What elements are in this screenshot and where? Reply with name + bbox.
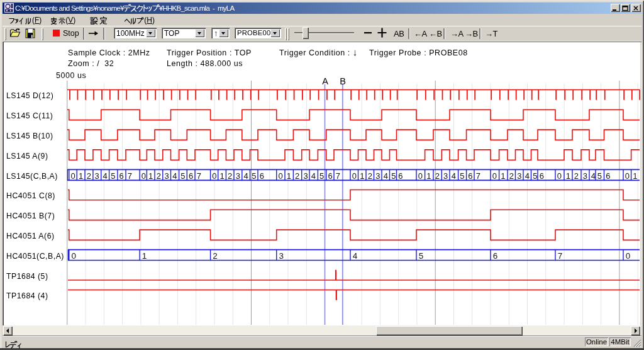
svg-text:4: 4 [172, 171, 177, 181]
svg-text:1: 1 [566, 171, 570, 181]
svg-text:LS145(C,B,A): LS145(C,B,A) [6, 172, 58, 181]
svg-text:5: 5 [460, 171, 464, 181]
svg-text:1: 1 [426, 171, 431, 181]
svg-text:7: 7 [197, 171, 201, 181]
svg-text:4: 4 [525, 171, 530, 181]
svg-text:5: 5 [180, 171, 185, 181]
svg-text:6: 6 [260, 171, 264, 181]
svg-text:0: 0 [492, 171, 497, 181]
svg-text:0: 0 [626, 251, 631, 261]
svg-text:6: 6 [398, 171, 402, 181]
svg-text:Zoom : / 32: Zoom : / 32 [68, 59, 114, 68]
svg-text:6: 6 [468, 171, 472, 181]
svg-text:2: 2 [435, 171, 440, 181]
svg-text:0: 0 [625, 171, 630, 181]
svg-text:0: 0 [352, 171, 357, 181]
svg-text:7: 7 [128, 171, 132, 181]
svg-text:HC4051 B(7): HC4051 B(7) [6, 212, 55, 220]
svg-text:1: 1 [287, 171, 291, 181]
svg-text:4: 4 [103, 171, 107, 181]
svg-text:2: 2 [228, 171, 232, 181]
svg-text:5: 5 [111, 171, 115, 181]
svg-text:2: 2 [87, 171, 91, 181]
svg-text:4: 4 [311, 171, 316, 181]
svg-text:5: 5 [252, 171, 256, 181]
svg-text:4: 4 [384, 171, 388, 181]
svg-text:4: 4 [452, 171, 456, 181]
svg-text:4: 4 [591, 171, 596, 181]
svg-text:6: 6 [493, 251, 498, 261]
svg-text:2: 2 [368, 171, 372, 181]
svg-text:3: 3 [375, 171, 380, 181]
svg-text:0: 0 [72, 251, 77, 261]
svg-text:1: 1 [633, 171, 637, 181]
svg-text:5: 5 [391, 171, 396, 181]
svg-text:6: 6 [328, 171, 332, 181]
svg-text:3: 3 [303, 171, 308, 181]
svg-text:3: 3 [583, 171, 587, 181]
svg-text:TP1684 (4): TP1684 (4) [6, 291, 48, 300]
svg-text:2: 2 [574, 171, 579, 181]
svg-text:3: 3 [236, 171, 240, 181]
svg-text:0: 0 [70, 171, 75, 181]
svg-text:6: 6 [119, 171, 124, 181]
svg-text:5: 5 [419, 251, 424, 261]
svg-text:HC4051 A(6): HC4051 A(6) [6, 232, 55, 240]
svg-text:5: 5 [533, 171, 537, 181]
svg-text:4: 4 [243, 171, 248, 181]
svg-text:A: A [322, 76, 328, 86]
svg-text:Trigger Condition : ↓: Trigger Condition : ↓ [279, 47, 358, 57]
svg-text:1: 1 [148, 171, 153, 181]
svg-text:7: 7 [336, 171, 340, 181]
svg-text:6: 6 [606, 171, 610, 181]
svg-text:7: 7 [476, 171, 480, 181]
svg-text:1: 1 [79, 171, 83, 181]
svg-text:5: 5 [319, 171, 324, 181]
svg-text:TP1684 (5): TP1684 (5) [6, 272, 48, 281]
svg-text:LS145 A(9): LS145 A(9) [6, 152, 48, 161]
svg-text:B: B [340, 76, 346, 86]
svg-text:2: 2 [213, 251, 218, 261]
svg-text:2: 2 [295, 171, 299, 181]
svg-text:3: 3 [95, 171, 99, 181]
svg-text:2: 2 [157, 171, 161, 181]
svg-text:0: 0 [557, 171, 562, 181]
svg-text:0: 0 [278, 171, 282, 181]
svg-text:HC4051 C(8): HC4051 C(8) [6, 191, 55, 200]
svg-text:3: 3 [517, 171, 521, 181]
svg-text:1: 1 [219, 171, 224, 181]
svg-text:LS145 D(12): LS145 D(12) [6, 91, 53, 100]
svg-text:3: 3 [164, 171, 169, 181]
svg-text:6: 6 [540, 171, 544, 181]
svg-text:1: 1 [142, 251, 147, 261]
svg-text:3: 3 [443, 171, 448, 181]
svg-text:0: 0 [212, 171, 216, 181]
svg-text:0: 0 [418, 171, 423, 181]
svg-text:Trigger Position : TOP: Trigger Position : TOP [167, 48, 252, 57]
svg-text:HC4051(C,B,A): HC4051(C,B,A) [6, 252, 64, 261]
svg-text:Trigger Probe : PROBE08: Trigger Probe : PROBE08 [369, 48, 468, 57]
svg-text:LS145 C(11): LS145 C(11) [6, 111, 53, 120]
svg-text:4: 4 [353, 251, 358, 261]
svg-text:7: 7 [558, 251, 563, 261]
svg-text:Sample Clock : 2MHz: Sample Clock : 2MHz [68, 48, 150, 57]
svg-text:LS145 B(10): LS145 B(10) [6, 132, 53, 140]
svg-text:5000 us: 5000 us [56, 71, 86, 80]
svg-text:2: 2 [509, 171, 514, 181]
svg-text:5: 5 [597, 171, 602, 181]
svg-text:6: 6 [189, 171, 193, 181]
svg-text:1: 1 [501, 171, 505, 181]
svg-text:0: 0 [142, 171, 146, 181]
svg-text:Length : 488.000 us: Length : 488.000 us [167, 59, 243, 68]
svg-text:1: 1 [360, 171, 364, 181]
svg-text:3: 3 [279, 251, 284, 261]
